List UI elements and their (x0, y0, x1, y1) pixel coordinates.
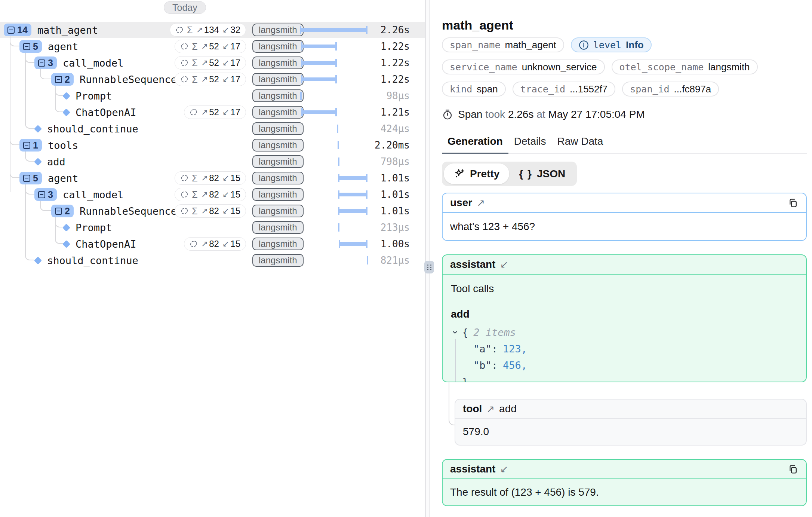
attribute-key: span_name (450, 40, 500, 51)
trace-span-row[interactable]: 5 agent Σ ↗82 ↙15 langsmith 1.01s (0, 170, 425, 186)
langsmith-tag: langsmith (252, 155, 304, 168)
timing-took: took (485, 108, 505, 120)
leaf-diamond-icon (63, 92, 70, 99)
span-title: math_agent (442, 18, 513, 33)
tab-details[interactable]: Details (508, 133, 552, 154)
trace-span-row[interactable]: 1 tools langsmith 2.20ms (0, 137, 425, 153)
copy-button[interactable] (787, 197, 799, 208)
input-tokens: 52 (209, 41, 219, 52)
sigma-icon: Σ (192, 75, 197, 84)
trace-span-row[interactable]: 14 math_agent Σ ↗134 ↙32 langsmith 2.26s (0, 22, 425, 38)
timing-label: Span (458, 108, 482, 120)
items-count: 2 items (473, 327, 516, 338)
trace-span-row[interactable]: Prompt langsmith 98µs (0, 88, 425, 104)
span-duration: 798µs (327, 153, 410, 170)
span-name: Prompt (76, 222, 112, 233)
span-name: should_continue (47, 255, 138, 266)
sparkles-icon (453, 168, 465, 180)
langsmith-tag: langsmith (252, 205, 304, 217)
span-timing-line: Span took 2.26s at May 27 17:05:04 PM (442, 108, 645, 120)
langsmith-tag: langsmith (252, 56, 304, 69)
span-detail-panel: math_agent span_namemath_agentlevelInfos… (430, 0, 812, 517)
splitter-drag-handle[interactable] (424, 261, 434, 273)
output-tokens: 32 (230, 25, 240, 35)
token-usage-pill: Σ ↗82 ↙15 (175, 188, 246, 201)
attribute-key: service_name (450, 62, 517, 73)
sigma-icon: Σ (192, 207, 197, 216)
collapse-toggle-badge[interactable]: 5 (19, 40, 42, 53)
braces-icon: { } (519, 168, 532, 180)
close-brace: } (462, 376, 468, 383)
token-usage-pill: Σ ↗52 ↙17 (175, 56, 246, 70)
sigma-icon: Σ (192, 42, 197, 51)
arrow-down-left-icon: ↙ (222, 173, 229, 183)
trace-span-row[interactable]: 3 call_model Σ ↗82 ↙15 langsmith 1.01s (0, 186, 425, 203)
span-name: call_model (63, 57, 124, 69)
span-duration: 1.00s (327, 236, 410, 252)
attribute-value: ...fc897a (674, 83, 711, 95)
attribute-value: unknown_service (522, 61, 597, 73)
trace-span-row[interactable]: Prompt langsmith 213µs (0, 219, 425, 236)
chevron-down-icon[interactable] (451, 328, 459, 336)
collapse-toggle-badge[interactable]: 3 (34, 56, 57, 69)
collapse-minus-icon (55, 208, 62, 215)
output-tokens: 17 (230, 58, 240, 68)
tokens-coin-icon (180, 75, 188, 83)
copy-button[interactable] (787, 464, 799, 475)
collapse-toggle-badge[interactable]: 14 (4, 24, 31, 36)
assistant-final-content: The result of (123 + 456) is 579. (443, 479, 806, 505)
assistant-final-card: assistant ↙ The result of (123 + 456) is… (442, 459, 807, 506)
trace-span-row[interactable]: 2 RunnableSequence Σ ↗52 ↙17 langsmith 1… (0, 71, 425, 88)
collapse-toggle-badge[interactable]: 2 (51, 205, 74, 217)
child-count: 3 (48, 58, 53, 68)
attribute-value: ...1552f7 (570, 83, 608, 95)
trace-tree-panel: Today 14 math_agent (0, 0, 425, 517)
leaf-diamond-icon (63, 224, 70, 231)
collapse-toggle-badge[interactable]: 2 (51, 73, 74, 86)
span-name: Prompt (76, 90, 112, 102)
leaf-diamond-icon (34, 158, 41, 165)
child-count: 2 (65, 74, 70, 85)
trace-span-row[interactable]: should_continue langsmith 821µs (0, 252, 425, 269)
sigma-icon: Σ (192, 58, 197, 68)
attribute-value: span (477, 83, 498, 95)
langsmith-tag: langsmith (252, 221, 304, 234)
attribute-value: Info (626, 39, 644, 51)
attribute-key: level (593, 40, 621, 51)
collapse-toggle-badge[interactable]: 5 (19, 172, 42, 184)
token-usage-pill: ↗52 ↙17 (184, 105, 246, 119)
leaf-diamond-icon (63, 109, 70, 116)
arrow-up-right-icon: ↗ (486, 403, 495, 415)
trace-span-row[interactable]: 5 agent Σ ↗52 ↙17 langsmith 1.22s (0, 38, 425, 55)
timing-at: at (536, 108, 545, 120)
langsmith-tag: langsmith (252, 89, 304, 102)
trace-span-row[interactable]: should_continue langsmith 424µs (0, 120, 425, 137)
input-tokens: 134 (204, 25, 219, 35)
tool-call-name: add (443, 308, 806, 320)
collapse-toggle-badge[interactable]: 1 (19, 139, 42, 152)
arrow-up-right-icon: ↗ (201, 107, 208, 117)
trace-span-row[interactable]: 3 call_model Σ ↗52 ↙17 langsmith 1.22s (0, 55, 425, 71)
panel-splitter (425, 0, 430, 517)
output-tokens: 15 (230, 189, 240, 200)
info-icon (579, 40, 589, 50)
span-name: RunnableSequence (80, 74, 177, 85)
collapse-toggle-badge[interactable]: 3 (34, 188, 57, 201)
tab-generation[interactable]: Generation (442, 133, 508, 154)
tab-raw-data[interactable]: Raw Data (551, 133, 609, 154)
output-tokens: 15 (230, 206, 240, 216)
langsmith-tag: langsmith (252, 73, 304, 86)
input-tokens: 52 (209, 107, 219, 117)
trace-span-row[interactable]: ChatOpenAI ↗52 ↙17 langsmith 1.21s (0, 104, 425, 120)
pretty-view-button[interactable]: Pretty (444, 163, 509, 184)
span-name: add (47, 156, 65, 168)
trace-span-row[interactable]: add langsmith 798µs (0, 153, 425, 170)
json-value: 456, (503, 360, 527, 371)
json-view-button[interactable]: { } JSON (509, 163, 575, 184)
attribute-key: otel_scope_name (619, 62, 704, 73)
trace-span-row[interactable]: ChatOpenAI ↗82 ↙15 langsmith 1.00s (0, 236, 425, 252)
arrow-up-right-icon: ↗ (201, 42, 208, 51)
trace-span-row[interactable]: 2 RunnableSequence Σ ↗82 ↙15 langsmith 1… (0, 203, 425, 219)
span-name: ChatOpenAI (76, 107, 136, 118)
attribute-value: math_agent (505, 39, 556, 51)
